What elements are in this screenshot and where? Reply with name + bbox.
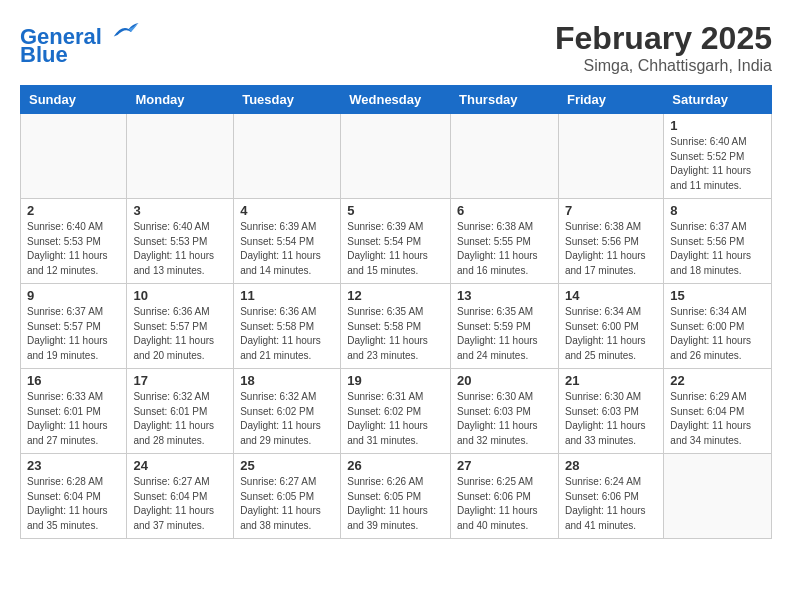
day-info: Sunrise: 6:30 AM Sunset: 6:03 PM Dayligh…	[565, 390, 657, 448]
weekday-header-row: SundayMondayTuesdayWednesdayThursdayFrid…	[21, 86, 772, 114]
calendar-cell: 16Sunrise: 6:33 AM Sunset: 6:01 PM Dayli…	[21, 369, 127, 454]
day-number: 15	[670, 288, 765, 303]
week-row-2: 2Sunrise: 6:40 AM Sunset: 5:53 PM Daylig…	[21, 199, 772, 284]
calendar-cell: 13Sunrise: 6:35 AM Sunset: 5:59 PM Dayli…	[451, 284, 559, 369]
day-number: 2	[27, 203, 120, 218]
week-row-3: 9Sunrise: 6:37 AM Sunset: 5:57 PM Daylig…	[21, 284, 772, 369]
calendar-cell: 26Sunrise: 6:26 AM Sunset: 6:05 PM Dayli…	[341, 454, 451, 539]
calendar-cell: 9Sunrise: 6:37 AM Sunset: 5:57 PM Daylig…	[21, 284, 127, 369]
day-info: Sunrise: 6:34 AM Sunset: 6:00 PM Dayligh…	[565, 305, 657, 363]
day-number: 6	[457, 203, 552, 218]
weekday-header-saturday: Saturday	[664, 86, 772, 114]
day-number: 8	[670, 203, 765, 218]
day-info: Sunrise: 6:26 AM Sunset: 6:05 PM Dayligh…	[347, 475, 444, 533]
calendar-cell: 10Sunrise: 6:36 AM Sunset: 5:57 PM Dayli…	[127, 284, 234, 369]
calendar-cell: 2Sunrise: 6:40 AM Sunset: 5:53 PM Daylig…	[21, 199, 127, 284]
day-info: Sunrise: 6:30 AM Sunset: 6:03 PM Dayligh…	[457, 390, 552, 448]
week-row-1: 1Sunrise: 6:40 AM Sunset: 5:52 PM Daylig…	[21, 114, 772, 199]
calendar-cell: 21Sunrise: 6:30 AM Sunset: 6:03 PM Dayli…	[558, 369, 663, 454]
calendar-cell: 25Sunrise: 6:27 AM Sunset: 6:05 PM Dayli…	[234, 454, 341, 539]
calendar-cell	[451, 114, 559, 199]
day-info: Sunrise: 6:40 AM Sunset: 5:52 PM Dayligh…	[670, 135, 765, 193]
day-info: Sunrise: 6:36 AM Sunset: 5:58 PM Dayligh…	[240, 305, 334, 363]
calendar-cell: 7Sunrise: 6:38 AM Sunset: 5:56 PM Daylig…	[558, 199, 663, 284]
day-number: 12	[347, 288, 444, 303]
day-info: Sunrise: 6:37 AM Sunset: 5:57 PM Dayligh…	[27, 305, 120, 363]
calendar-cell: 11Sunrise: 6:36 AM Sunset: 5:58 PM Dayli…	[234, 284, 341, 369]
day-info: Sunrise: 6:35 AM Sunset: 5:59 PM Dayligh…	[457, 305, 552, 363]
day-number: 19	[347, 373, 444, 388]
calendar-cell: 15Sunrise: 6:34 AM Sunset: 6:00 PM Dayli…	[664, 284, 772, 369]
calendar-cell	[234, 114, 341, 199]
day-number: 1	[670, 118, 765, 133]
day-info: Sunrise: 6:37 AM Sunset: 5:56 PM Dayligh…	[670, 220, 765, 278]
day-number: 16	[27, 373, 120, 388]
day-info: Sunrise: 6:35 AM Sunset: 5:58 PM Dayligh…	[347, 305, 444, 363]
calendar-cell	[664, 454, 772, 539]
calendar-cell: 5Sunrise: 6:39 AM Sunset: 5:54 PM Daylig…	[341, 199, 451, 284]
calendar-cell	[21, 114, 127, 199]
calendar-cell: 27Sunrise: 6:25 AM Sunset: 6:06 PM Dayli…	[451, 454, 559, 539]
day-info: Sunrise: 6:27 AM Sunset: 6:04 PM Dayligh…	[133, 475, 227, 533]
calendar-cell: 17Sunrise: 6:32 AM Sunset: 6:01 PM Dayli…	[127, 369, 234, 454]
day-number: 14	[565, 288, 657, 303]
weekday-header-friday: Friday	[558, 86, 663, 114]
weekday-header-sunday: Sunday	[21, 86, 127, 114]
month-title: February 2025	[555, 20, 772, 57]
day-number: 23	[27, 458, 120, 473]
day-number: 17	[133, 373, 227, 388]
logo-bird-icon	[110, 20, 140, 44]
day-number: 7	[565, 203, 657, 218]
day-info: Sunrise: 6:32 AM Sunset: 6:02 PM Dayligh…	[240, 390, 334, 448]
calendar-cell: 1Sunrise: 6:40 AM Sunset: 5:52 PM Daylig…	[664, 114, 772, 199]
calendar-cell: 12Sunrise: 6:35 AM Sunset: 5:58 PM Dayli…	[341, 284, 451, 369]
calendar-cell: 3Sunrise: 6:40 AM Sunset: 5:53 PM Daylig…	[127, 199, 234, 284]
calendar-cell: 20Sunrise: 6:30 AM Sunset: 6:03 PM Dayli…	[451, 369, 559, 454]
day-info: Sunrise: 6:25 AM Sunset: 6:06 PM Dayligh…	[457, 475, 552, 533]
day-number: 11	[240, 288, 334, 303]
day-number: 21	[565, 373, 657, 388]
day-info: Sunrise: 6:34 AM Sunset: 6:00 PM Dayligh…	[670, 305, 765, 363]
day-number: 25	[240, 458, 334, 473]
day-info: Sunrise: 6:38 AM Sunset: 5:56 PM Dayligh…	[565, 220, 657, 278]
day-number: 5	[347, 203, 444, 218]
day-number: 10	[133, 288, 227, 303]
day-number: 4	[240, 203, 334, 218]
day-info: Sunrise: 6:24 AM Sunset: 6:06 PM Dayligh…	[565, 475, 657, 533]
page-header: General Blue February 2025 Simga, Chhatt…	[20, 20, 772, 75]
calendar-cell: 18Sunrise: 6:32 AM Sunset: 6:02 PM Dayli…	[234, 369, 341, 454]
day-number: 3	[133, 203, 227, 218]
day-number: 26	[347, 458, 444, 473]
weekday-header-thursday: Thursday	[451, 86, 559, 114]
day-info: Sunrise: 6:32 AM Sunset: 6:01 PM Dayligh…	[133, 390, 227, 448]
calendar-cell: 24Sunrise: 6:27 AM Sunset: 6:04 PM Dayli…	[127, 454, 234, 539]
location: Simga, Chhattisgarh, India	[555, 57, 772, 75]
day-info: Sunrise: 6:27 AM Sunset: 6:05 PM Dayligh…	[240, 475, 334, 533]
day-info: Sunrise: 6:36 AM Sunset: 5:57 PM Dayligh…	[133, 305, 227, 363]
calendar-cell: 4Sunrise: 6:39 AM Sunset: 5:54 PM Daylig…	[234, 199, 341, 284]
day-number: 18	[240, 373, 334, 388]
calendar-cell: 22Sunrise: 6:29 AM Sunset: 6:04 PM Dayli…	[664, 369, 772, 454]
weekday-header-wednesday: Wednesday	[341, 86, 451, 114]
day-info: Sunrise: 6:29 AM Sunset: 6:04 PM Dayligh…	[670, 390, 765, 448]
calendar-cell	[127, 114, 234, 199]
day-info: Sunrise: 6:40 AM Sunset: 5:53 PM Dayligh…	[27, 220, 120, 278]
title-section: February 2025 Simga, Chhattisgarh, India	[555, 20, 772, 75]
calendar-cell: 8Sunrise: 6:37 AM Sunset: 5:56 PM Daylig…	[664, 199, 772, 284]
calendar-cell: 6Sunrise: 6:38 AM Sunset: 5:55 PM Daylig…	[451, 199, 559, 284]
day-number: 20	[457, 373, 552, 388]
week-row-4: 16Sunrise: 6:33 AM Sunset: 6:01 PM Dayli…	[21, 369, 772, 454]
day-number: 13	[457, 288, 552, 303]
calendar-cell	[558, 114, 663, 199]
calendar-cell	[341, 114, 451, 199]
logo: General Blue	[20, 20, 140, 66]
day-number: 27	[457, 458, 552, 473]
day-info: Sunrise: 6:33 AM Sunset: 6:01 PM Dayligh…	[27, 390, 120, 448]
calendar-cell: 28Sunrise: 6:24 AM Sunset: 6:06 PM Dayli…	[558, 454, 663, 539]
day-info: Sunrise: 6:39 AM Sunset: 5:54 PM Dayligh…	[240, 220, 334, 278]
calendar-cell: 19Sunrise: 6:31 AM Sunset: 6:02 PM Dayli…	[341, 369, 451, 454]
day-number: 22	[670, 373, 765, 388]
day-number: 9	[27, 288, 120, 303]
week-row-5: 23Sunrise: 6:28 AM Sunset: 6:04 PM Dayli…	[21, 454, 772, 539]
day-info: Sunrise: 6:40 AM Sunset: 5:53 PM Dayligh…	[133, 220, 227, 278]
